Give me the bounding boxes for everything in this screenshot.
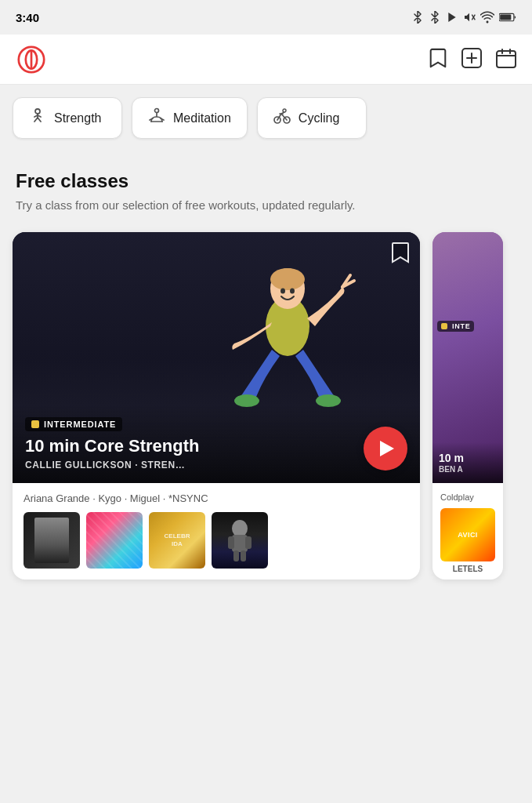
- svg-rect-41: [245, 536, 252, 549]
- partial-overlay: 10 m BEN A: [432, 442, 503, 483]
- battery-icon: [499, 12, 516, 23]
- album-thumbs-1: CELEBRIDA: [24, 512, 409, 569]
- card-image-container-1: INTERMEDIATE 10 min Core Strength CALLIE…: [13, 232, 420, 483]
- bookmark-button[interactable]: [429, 48, 447, 71]
- svg-line-24: [161, 118, 164, 120]
- status-icons: [411, 11, 516, 24]
- bluetooth1-icon: [411, 11, 424, 24]
- svg-line-17: [38, 118, 41, 122]
- category-meditation[interactable]: Meditation: [132, 97, 248, 139]
- top-nav: [0, 35, 532, 85]
- section-subtitle: Try a class from our selection of free w…: [16, 197, 516, 213]
- card-overlay-1: INTERMEDIATE 10 min Core Strength CALLIE…: [13, 405, 420, 483]
- partial-card-bottom: Coldplay AVICI LETELS: [432, 483, 503, 577]
- class-card-2: INTE 10 m BEN A Coldplay AVICI LETELS: [432, 232, 503, 580]
- peloton-logo[interactable]: [16, 44, 47, 75]
- cycling-label: Cycling: [299, 111, 339, 125]
- calendar-button[interactable]: [496, 48, 516, 71]
- strength-label: Strength: [54, 111, 101, 125]
- add-to-schedule-button[interactable]: [461, 48, 482, 71]
- meditation-icon: [148, 107, 165, 129]
- svg-point-14: [35, 109, 40, 114]
- svg-rect-43: [241, 550, 246, 561]
- cards-scroll: INTERMEDIATE 10 min Core Strength CALLIE…: [0, 220, 532, 592]
- album-thumb-miguel: CELEBRIDA: [149, 512, 205, 569]
- play-triangle-icon: [380, 441, 394, 456]
- play-store-icon: [446, 11, 458, 24]
- free-classes-section: Free classes Try a class from our select…: [0, 151, 532, 220]
- partial-instructor: BEN A: [439, 465, 497, 474]
- svg-rect-10: [497, 51, 516, 67]
- strength-icon: [29, 107, 46, 129]
- cycling-icon: [273, 107, 291, 129]
- partial-card-image-2: INTE 10 m BEN A: [432, 232, 503, 483]
- category-cycling[interactable]: Cycling: [257, 97, 367, 139]
- card-bottom-1: Ariana Grande · Kygo · Miguel · *NSYNC C…: [13, 483, 420, 580]
- play-button-1[interactable]: [364, 427, 407, 471]
- nav-icons: [429, 48, 516, 71]
- meditation-label: Meditation: [173, 111, 231, 125]
- svg-line-23: [150, 118, 153, 120]
- svg-point-31: [270, 268, 305, 290]
- card-bookmark-icon[interactable]: [392, 242, 409, 268]
- svg-point-20: [155, 109, 159, 113]
- album-thumb-kygo: [86, 512, 143, 569]
- svg-point-38: [232, 520, 248, 537]
- wifi-icon: [480, 11, 494, 24]
- svg-rect-40: [228, 536, 234, 549]
- svg-rect-3: [500, 14, 511, 20]
- svg-line-16: [34, 118, 38, 122]
- level-text: INTERMEDIATE: [44, 420, 116, 429]
- status-bar: 3:40: [0, 0, 532, 35]
- partial-level-text: INTE: [452, 322, 470, 330]
- album-thumb-ariana: [24, 512, 80, 569]
- svg-point-34: [280, 289, 285, 294]
- category-strip: Strength Meditation: [0, 85, 532, 151]
- class-card-1: INTERMEDIATE 10 min Core Strength CALLIE…: [13, 232, 420, 580]
- album-thumb-nsync: [212, 512, 268, 569]
- bluetooth2-icon: [429, 11, 441, 24]
- level-dot: [31, 420, 39, 428]
- svg-point-35: [290, 289, 295, 294]
- level-badge: INTERMEDIATE: [25, 417, 122, 431]
- mute-icon: [463, 11, 476, 24]
- artist-line-1: Ariana Grande · Kygo · Miguel · *NSYNC: [24, 492, 409, 504]
- partial-title: 10 m: [439, 452, 497, 465]
- status-time: 3:40: [16, 11, 39, 24]
- partial-artist-line: Coldplay: [440, 492, 495, 502]
- partial-level-badge: INTE: [437, 321, 474, 332]
- class-title-1: 10 min Core Strength: [25, 436, 373, 456]
- category-strength[interactable]: Strength: [13, 97, 122, 139]
- section-title: Free classes: [16, 170, 516, 192]
- instructor-label-1: CALLIE GULLICKSON · STREN…: [25, 460, 373, 471]
- svg-rect-42: [233, 550, 239, 561]
